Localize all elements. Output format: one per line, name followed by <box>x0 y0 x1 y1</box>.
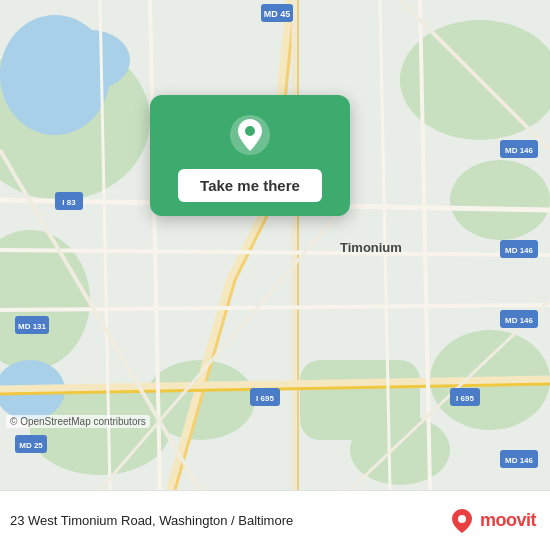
popup-card: Take me there <box>150 95 350 216</box>
moovit-logo: moovit <box>448 507 536 535</box>
moovit-brand-name: moovit <box>480 510 536 531</box>
svg-text:Timonium: Timonium <box>340 240 402 255</box>
svg-text:MD 131: MD 131 <box>18 322 47 331</box>
take-me-there-button[interactable]: Take me there <box>178 169 322 202</box>
svg-text:MD 146: MD 146 <box>505 456 534 465</box>
svg-text:I 695: I 695 <box>456 394 474 403</box>
svg-text:MD 45: MD 45 <box>264 9 291 19</box>
svg-point-4 <box>450 160 550 240</box>
svg-point-11 <box>50 30 130 90</box>
copyright-notice: © OpenStreetMap contributors <box>6 415 150 428</box>
svg-text:MD 25: MD 25 <box>19 441 43 450</box>
svg-text:MD 146: MD 146 <box>505 316 534 325</box>
map-container: MD 45 I 83 MD 131 MD 25 I 695 I 695 MD 1… <box>0 0 550 490</box>
svg-text:MD 146: MD 146 <box>505 246 534 255</box>
svg-text:MD 146: MD 146 <box>505 146 534 155</box>
svg-text:I 695: I 695 <box>256 394 274 403</box>
moovit-pin-icon <box>448 507 476 535</box>
svg-point-35 <box>245 126 255 136</box>
address-label: 23 West Timonium Road, Washington / Balt… <box>10 513 293 528</box>
svg-point-36 <box>458 515 466 523</box>
bottom-bar: 23 West Timonium Road, Washington / Balt… <box>0 490 550 550</box>
location-pin-icon <box>228 113 272 157</box>
svg-text:I 83: I 83 <box>62 198 76 207</box>
svg-rect-9 <box>300 360 420 440</box>
